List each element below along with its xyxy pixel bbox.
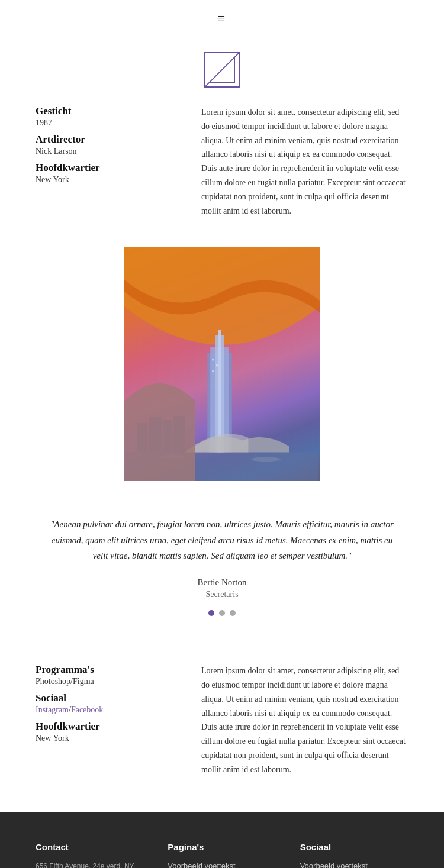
facebook-link[interactable]: Facebook [71, 705, 103, 714]
city-image [124, 247, 320, 481]
info2-description: Lorem ipsum dolor sit amet, consectetur … [201, 664, 408, 776]
dot-1[interactable] [208, 610, 214, 616]
headquarters2-label: Hoofdkwartier [36, 721, 178, 733]
footer-pages-link[interactable]: Voorbeeld voettekst [168, 861, 235, 869]
programs-value: Photoshop/Figma [36, 677, 178, 686]
logo-area [0, 34, 444, 99]
artdirector-label: Artdirector [36, 134, 178, 146]
footer-contact-heading: Contact [36, 842, 144, 852]
social-label: Sociaal [36, 692, 178, 704]
svg-line-0 [205, 53, 239, 86]
info-left: Gesticht 1987 Artdirector Nick Larson Ho… [36, 105, 178, 218]
footer: Contact 656 Fifth Avenue, 24e verd. NY, … [0, 812, 444, 869]
headquarters-city: New York [36, 175, 178, 185]
founded-label: Gesticht [36, 105, 178, 117]
headquarters-label: Hoofdkwartier [36, 162, 178, 174]
testimonial-section: "Aenean pulvinar dui ornare, feugiat lor… [0, 499, 444, 646]
programs-label: Programma's [36, 664, 178, 676]
footer-social-link[interactable]: Voorbeeld voettekst [300, 861, 368, 869]
info-section-2: Programma's Photoshop/Figma Sociaal Inst… [0, 646, 444, 794]
instagram-link[interactable]: Instagram [36, 705, 69, 714]
image-area [0, 235, 444, 499]
logo-diagonal-line [205, 53, 239, 86]
footer-pages: Pagina's Voorbeeld voettekst [168, 842, 276, 869]
logo-icon [204, 52, 240, 88]
info-description: Lorem ipsum dolor sit amet, consectetur … [201, 105, 408, 218]
artdirector-name: Nick Larson [36, 147, 178, 156]
dot-2[interactable] [219, 610, 225, 616]
info2-left: Programma's Photoshop/Figma Sociaal Inst… [36, 664, 178, 776]
social-links: Instagram/Facebook [36, 705, 178, 715]
testimonial-author: Bertie Norton [47, 577, 397, 588]
headquarters2-city: New York [36, 734, 178, 743]
dot-3[interactable] [230, 610, 236, 616]
bottom-left-arch [124, 247, 320, 481]
founded-year: 1987 [36, 118, 178, 128]
footer-pages-heading: Pagina's [168, 842, 276, 852]
testimonial-role: Secretaris [47, 590, 397, 599]
footer-social-heading: Sociaal [300, 842, 408, 852]
testimonial-quote: "Aenean pulvinar dui ornare, feugiat lor… [47, 517, 397, 563]
dot-navigation [47, 610, 397, 616]
footer-contact: Contact 656 Fifth Avenue, 24e verd. NY, … [36, 842, 144, 869]
hamburger-icon[interactable]: ≡ [218, 11, 226, 26]
footer-contact-address: 656 Fifth Avenue, 24e verd. NY, VS [36, 860, 144, 869]
navbar: ≡ [0, 0, 444, 34]
footer-social: Sociaal Voorbeeld voettekst f 𝕏 [300, 842, 408, 869]
info-section: Gesticht 1987 Artdirector Nick Larson Ho… [0, 99, 444, 235]
